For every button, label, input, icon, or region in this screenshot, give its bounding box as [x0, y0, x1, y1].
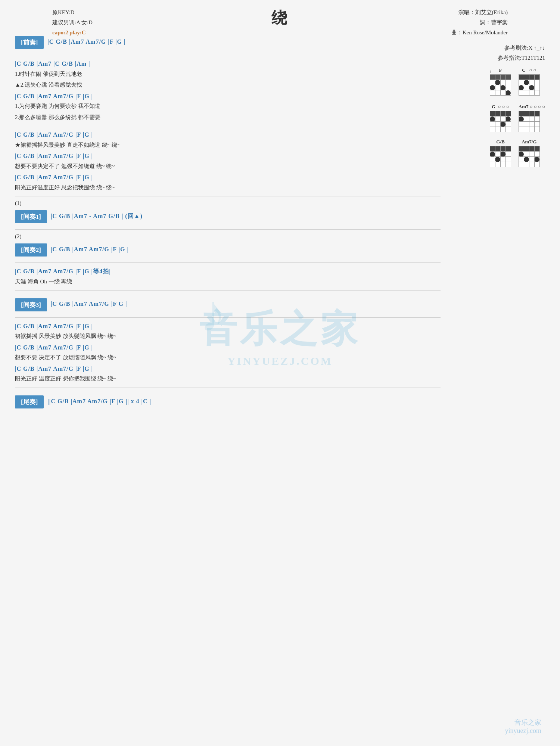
bottom-wm-line1: 音乐之家 — [505, 718, 541, 727]
meta-right: 演唱：刘艾立(Erika) 詞：曹宇棠 曲：Ken Rose/Molander — [451, 7, 508, 38]
chorus-block: |C G/B |Am7 Am7/G |F |G | ★裙裾摇摇风景美妙 直走不如… — [15, 130, 441, 192]
verse1-block: |C G/B |Am7 |C G/B |Am | 1.时针在闹 催促到天荒地老 … — [15, 59, 441, 122]
verse2-lyric1: 裙裾摇摇 风景美妙 放头髮随风飘 绕~ 绕~ — [15, 332, 441, 341]
chord-F: F 1 — [490, 67, 511, 97]
performer: 演唱：刘艾立(Erika) — [451, 7, 508, 18]
original-key: 原KEY:D — [52, 7, 93, 18]
verse1-lyric2b: 2.那么多喧嚣 那么多纷扰 都不需要 — [15, 113, 441, 122]
ref-finger: 参考指法:T121T121 — [498, 53, 545, 63]
header: 原KEY:D 建议男调:A 女:D capo:2 play:C 绕 演唱：刘艾立… — [15, 7, 545, 28]
chord-Am7G: Am7/G — [519, 139, 540, 167]
interlude1-label: [间奏1] — [15, 210, 47, 223]
chorus-chord2: |C G/B |Am7 Am7/G |F |G | — [15, 151, 441, 161]
divider-6 — [15, 290, 441, 291]
main-container: 原KEY:D 建议男调:A 女:D capo:2 play:C 绕 演唱：刘艾立… — [0, 0, 560, 746]
interlude1-chords: |C G/B |Am7 - Am7 G/B | (回▲) — [51, 211, 143, 221]
bridge-lyric1: 天涯 海角 Oh 一绕 再绕 — [15, 277, 441, 287]
bottom-watermark: 音乐之家 yinyuezj.com — [505, 718, 541, 735]
lyrics-by: 詞：曹宇棠 — [451, 18, 508, 28]
interlude1-paren: (1) — [15, 200, 441, 206]
interlude3-block: [间奏3] |C G/B |Am7 Am7/G |F G | — [15, 295, 441, 314]
interlude2-label: [间奏2] — [15, 243, 47, 257]
interlude3-label: [间奏3] — [15, 298, 47, 311]
capo: capo:2 play:C — [52, 28, 93, 38]
bottom-wm-line2: yinyuezj.com — [505, 727, 541, 735]
title-area: 绕 — [271, 7, 289, 28]
chord-row-1: F 1 — [490, 67, 545, 97]
chorus-lyric2: 想要不要决定不了 勉强不如绕道 绕~ 绕~ — [15, 162, 441, 171]
music-by: 曲：Ken Rose/Molander — [451, 28, 508, 38]
chorus-chord3: |C G/B |Am7 Am7/G |F |G | — [15, 172, 441, 182]
interlude1-block: (1) [间奏1] |C G/B |Am7 - Am7 G/B | (回▲) — [15, 200, 441, 226]
ref-strum: 参考刷法:X ↑_↑↓ — [498, 43, 545, 53]
verse2-lyric2: 想要不要 决定不了 放烦恼随风飘 绕~ 绕~ — [15, 353, 441, 363]
verse2-chord3: |C G/B |Am7 Am7/G |F |G | — [15, 364, 441, 374]
verse1-lyric1a: 1.时针在闹 催促到天荒地老 — [15, 69, 441, 79]
verse2-chord1: |C G/B |Am7 Am7/G |F |G | — [15, 321, 441, 331]
divider-7 — [15, 317, 441, 318]
interlude2-chords: |C G/B |Am7 Am7/G |F |G | — [51, 245, 129, 254]
outro-block: [尾奏] ||C G/B |Am7 Am7/G |F |G || x 4 |C … — [15, 392, 441, 411]
divider-4 — [15, 229, 441, 230]
outro-chords: ||C G/B |Am7 Am7/G |F |G || x 4 |C | — [47, 397, 151, 406]
interlude2-block: (2) [间奏2] |C G/B |Am7 Am7/G |F |G | — [15, 233, 441, 259]
outro-label: [尾奏] — [15, 395, 44, 408]
verse2-chord2: |C G/B |Am7 Am7/G |F |G | — [15, 343, 441, 352]
ref-tips: 参考刷法:X ↑_↑↓ 参考指法:T121T121 — [498, 43, 545, 63]
verse1-lyric1b: ▲2.遗失心跳 沿着感觉去找 — [15, 80, 441, 90]
divider-8 — [15, 388, 441, 388]
song-title: 绕 — [271, 7, 289, 28]
verse2-lyric3: 阳光正好 温度正好 想你把我围绕 绕~ 绕~ — [15, 374, 441, 384]
chord-GB: G/B — [490, 139, 511, 167]
verse1-chord2: |C G/B |Am7 Am7/G |F |G | — [15, 91, 441, 101]
interlude2-paren: (2) — [15, 233, 441, 240]
bridge-block: |C G/B |Am7 Am7/G |F |G |等4拍| 天涯 海角 Oh 一… — [15, 267, 441, 286]
chord-diagrams: F 1 — [490, 67, 545, 170]
verse1-lyric2a: 1.为何要赛跑 为何要读秒 我不知道 — [15, 102, 441, 111]
intro-label: [前奏] — [15, 36, 44, 49]
chord-Am7: Am7 ○ ○ ○ ○ — [519, 104, 545, 132]
chorus-lyric1: ★裙裾摇摇风景美妙 直走不如绕道 绕~ 绕~ — [15, 140, 441, 150]
divider-5 — [15, 262, 441, 263]
main-content: |C G/B |Am7 |C G/B |Am | 1.时针在闹 催促到天荒地老 … — [15, 55, 441, 411]
divider-3 — [15, 196, 441, 196]
bridge-chord1: |C G/B |Am7 Am7/G |F |G |等4拍| — [15, 267, 441, 276]
chord-row-3: G/B — [490, 139, 545, 167]
verse2-block: |C G/B |Am7 Am7/G |F |G | 裙裾摇摇 风景美妙 放头髮随… — [15, 321, 441, 384]
chorus-chord1: |C G/B |Am7 Am7/G |F |G | — [15, 130, 441, 140]
verse1-chord1: |C G/B |Am7 |C G/B |Am | — [15, 59, 441, 69]
suggested-key: 建议男调:A 女:D — [52, 18, 93, 28]
meta-left: 原KEY:D 建议男调:A 女:D capo:2 play:C — [52, 7, 93, 38]
chord-G: G ○ ○ ○ — [490, 104, 511, 132]
chord-C: C ○ ○ — [519, 67, 540, 97]
chord-row-2: G ○ ○ ○ — [490, 104, 545, 132]
divider-2 — [15, 126, 441, 126]
interlude3-chords: |C G/B |Am7 Am7/G |F G | — [51, 299, 127, 309]
divider-1 — [15, 55, 441, 55]
chorus-lyric3: 阳光正好温度正好 思念把我围绕 绕~ 绕~ — [15, 183, 441, 193]
intro-chords: |C G/B |Am7 Am7/G |F |G | — [47, 37, 125, 47]
